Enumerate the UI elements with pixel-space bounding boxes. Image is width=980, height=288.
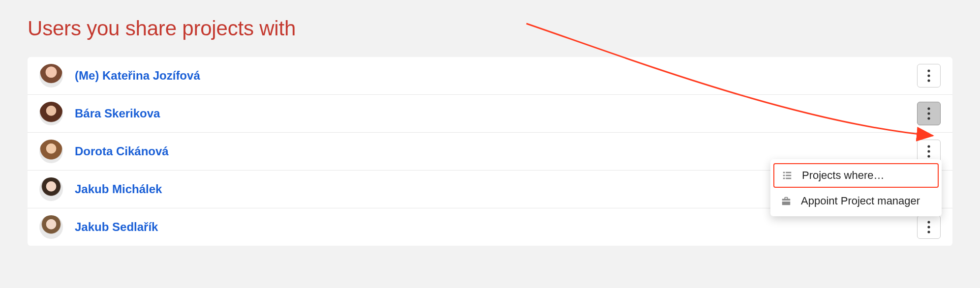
user-name-link[interactable]: (Me) Kateřina Jozífová (75, 69, 200, 83)
svg-rect-16 (786, 172, 791, 173)
svg-point-14 (927, 230, 930, 233)
svg-point-7 (927, 150, 930, 152)
svg-point-8 (927, 155, 930, 157)
me-prefix: (Me) (75, 69, 102, 82)
user-name-text: Bára Skerikova (75, 107, 160, 120)
avatar (39, 177, 63, 201)
user-name-link[interactable]: Dorota Cikánová (75, 144, 169, 158)
svg-point-0 (927, 69, 930, 72)
svg-point-1 (927, 74, 930, 77)
more-vertical-icon (927, 145, 930, 158)
svg-point-13 (927, 226, 930, 228)
user-list: (Me) Kateřina Jozífová Bára Skerikova Do… (28, 57, 952, 246)
user-name-link[interactable]: Jakub Michálek (75, 182, 162, 196)
row-actions-dropdown: Projects where… Appoint Project manager (770, 159, 942, 216)
user-row: Bára Skerikova (28, 95, 952, 133)
svg-rect-15 (783, 172, 785, 173)
more-vertical-icon (927, 107, 930, 120)
svg-rect-19 (783, 178, 785, 179)
user-name-text: Jakub Sedlařík (75, 220, 158, 233)
svg-point-3 (927, 107, 930, 110)
briefcase-icon (780, 195, 792, 207)
avatar (39, 64, 63, 87)
svg-point-6 (927, 145, 930, 147)
more-button[interactable] (917, 102, 941, 125)
svg-point-2 (927, 79, 930, 82)
more-vertical-icon (927, 69, 930, 82)
page-title: Users you share projects with (28, 17, 952, 40)
avatar (39, 102, 63, 125)
svg-rect-17 (783, 175, 785, 176)
svg-point-5 (927, 117, 930, 119)
user-name-text: Kateřina Jozífová (102, 69, 200, 82)
dropdown-item-projects-where[interactable]: Projects where… (773, 163, 939, 188)
more-vertical-icon (927, 221, 930, 233)
user-name-text: Jakub Michálek (75, 182, 162, 196)
dropdown-item-appoint-pm[interactable]: Appoint Project manager (770, 189, 942, 213)
user-name-text: Dorota Cikánová (75, 144, 169, 158)
svg-rect-18 (786, 175, 791, 176)
user-name-link[interactable]: Bára Skerikova (75, 107, 160, 120)
svg-rect-20 (786, 178, 791, 179)
svg-point-4 (927, 112, 930, 115)
user-name-link[interactable]: Jakub Sedlařík (75, 220, 158, 234)
dropdown-item-label: Projects where… (802, 169, 885, 182)
dropdown-item-label: Appoint Project manager (801, 195, 920, 207)
more-button[interactable] (917, 215, 941, 239)
more-button[interactable] (917, 64, 941, 87)
svg-point-12 (927, 221, 930, 223)
list-icon (781, 170, 793, 181)
user-row: (Me) Kateřina Jozífová (28, 57, 952, 95)
avatar (39, 215, 63, 239)
avatar (39, 140, 63, 163)
